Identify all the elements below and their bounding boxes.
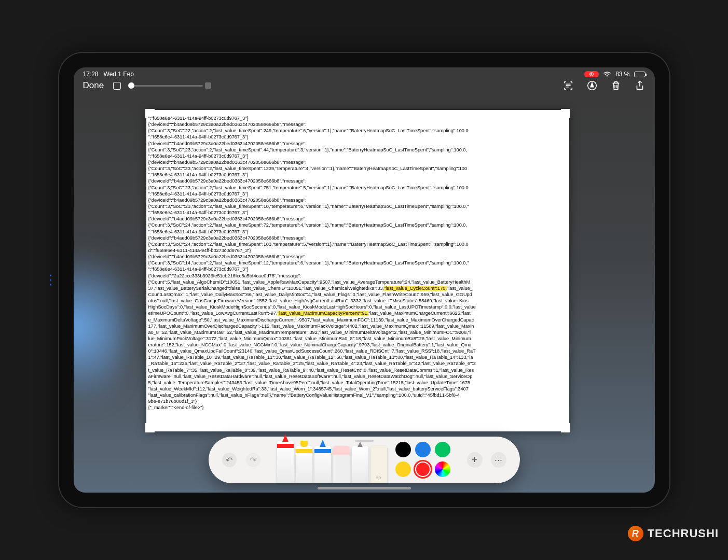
home-indicator[interactable] (318, 487, 411, 489)
done-button[interactable]: Done (83, 80, 104, 91)
ruler-tool[interactable] (370, 446, 387, 483)
document-preview[interactable]: ":"f658e6e4-6311-414a-94ff-b0273c0d9767_… (146, 110, 569, 431)
scan-text-icon[interactable] (562, 80, 574, 91)
opacity-slider[interactable] (130, 82, 211, 89)
redo-button[interactable]: ↷ (246, 453, 260, 467)
tools-row (277, 437, 387, 483)
color-picker[interactable] (435, 461, 450, 477)
status-bar: 17:28 Wed 1 Feb 83 % (74, 67, 655, 78)
doc-line: 0":10446,"last_value_QmaxUpdFailCount":2… (148, 348, 567, 354)
smart-connector-dots (50, 275, 51, 286)
color-green[interactable] (435, 442, 450, 457)
doc-line: 1":47,"last_value_RaTable_10":29,"last_v… (148, 354, 567, 360)
canvas-area[interactable]: ":"f658e6e4-6311-414a-94ff-b0273c0d9767_… (74, 105, 655, 493)
doc-line: 177,"last_value_MaximumOverDischargedCap… (148, 323, 567, 329)
doc-line: 37,"last_value_BatterySerialChanged":fal… (148, 285, 567, 291)
watermark-text: TECHRUSHI (648, 527, 719, 540)
doc-line: {"deviceId":"b4aed09b5729c3a0a22bed0363c… (148, 121, 567, 128)
trash-icon[interactable] (610, 80, 622, 91)
doc-line: d":"f658e6e4-6311-414a-94ff-b0273c0d9767… (148, 247, 567, 254)
color-red-selected[interactable] (415, 461, 431, 477)
wifi-icon (603, 71, 611, 77)
color-yellow[interactable] (395, 461, 411, 477)
crop-handle-bl[interactable] (145, 423, 155, 432)
crop-handle-br[interactable] (561, 423, 570, 432)
color-blue[interactable] (415, 442, 431, 457)
doc-line: a0_8":52,"last_value_MaximumRa8":52,"las… (148, 329, 567, 335)
battery-percent: 83 % (615, 71, 629, 78)
pencil-tool[interactable] (314, 446, 331, 483)
crop-handle-tl[interactable] (145, 109, 155, 118)
doc-line: ":"f658e6e4-6311-414a-94ff-b0273c0d9767_… (148, 153, 567, 159)
screen: 17:28 Wed 1 Feb 83 % Done (74, 67, 655, 493)
doc-line: {"Count":3,"SoC":14,"action":2,"last_val… (148, 260, 567, 266)
doc-line: {"Count":5,"last_value_AlgoChemID":10051… (148, 279, 567, 285)
crop-handle-tr[interactable] (561, 109, 570, 118)
doc-line: _RaTable_15":235,"last_value_RaTable_2":… (148, 360, 567, 367)
status-time: 17:28 (83, 71, 99, 78)
doc-line: {"Count":3,"SoC":24,"action":2,"last_val… (148, 241, 567, 247)
markup-toolbar: Done (74, 78, 655, 96)
doc-line: "last_value_calibrationFlags":null,"last… (148, 392, 567, 398)
share-icon[interactable] (634, 80, 645, 91)
more-button[interactable]: ··· (491, 452, 506, 468)
doc-line: {"Count":3,"SoC":22,"action":2,"last_val… (148, 128, 567, 134)
watermark-logo-icon: R (628, 526, 643, 541)
highlight-cycle-count: "last_value_CycleCount":170, (384, 286, 447, 291)
color-black[interactable] (395, 442, 411, 457)
doc-line: erature":152,"last_value_NCCMax":0,"last… (148, 342, 567, 348)
doc-line: {"deviceId":"b4aed09b5729c3a0a22bed0363c… (148, 159, 567, 165)
lasso-tool[interactable] (352, 446, 368, 483)
doc-line: e_MaximumDeltaVoltage":50,"last_value_Ma… (148, 317, 567, 323)
status-date: Wed 1 Feb (104, 71, 134, 78)
battery-icon (634, 72, 645, 77)
doc-line: HighSocDays":0,"last_value_KioskModeHigh… (148, 304, 567, 310)
doc-line: {"Count":3,"SoC":23,"action":2,"last_val… (148, 147, 567, 153)
doc-line: {"Count":3,"SoC":24,"action":2,"last_val… (148, 222, 567, 228)
markup-icon[interactable] (586, 80, 598, 91)
doc-line: {"Count":3,"SoC":23,"action":2,"last_val… (148, 165, 567, 172)
slider-end-icon (205, 82, 211, 89)
doc-line: 5,"last_value_TemperatureSamples":243453… (148, 380, 567, 386)
screen-recording-pill[interactable] (584, 71, 599, 77)
pen-tool[interactable] (277, 441, 294, 483)
highlight-max-capacity: "last_value_MaximumCapacityPercent":91, (278, 311, 369, 316)
doc-line: {"deviceId":"b4aed09b5729c3a0a22bed0363c… (148, 141, 567, 147)
doc-line: {"deviceId":"2a22cce333b3926fe51cb216fcc… (148, 273, 567, 279)
doc-line: {"Count":3,"SoC":23,"action":2,"last_val… (148, 203, 567, 209)
doc-line: etimeUPOCount":0,"last_value_LowAvgCurre… (148, 310, 567, 316)
markup-tool-palette[interactable]: ↶ ↷ (209, 437, 520, 483)
doc-line: CountLastQmax":1,"last_value_DailyMaxSoc… (148, 291, 567, 298)
doc-line: ":"f658e6e4-6311-414a-94ff-b0273c0d9767_… (148, 134, 567, 140)
doc-line: ":"f658e6e4-6311-414a-94ff-b0273c0d9767_… (148, 172, 567, 178)
doc-line: lue_MinimumPackVoltage":3172,"last_value… (148, 335, 567, 342)
doc-line: 9be-e71b76b00d1f_3"} (148, 398, 567, 404)
eraser-tool[interactable] (333, 446, 350, 483)
crop-tool-button[interactable] (113, 82, 121, 90)
ipad-frame: 17:28 Wed 1 Feb 83 % Done (58, 52, 670, 508)
doc-line: ":"f658e6e4-6311-414a-94ff-b0273c0d9767_… (148, 229, 567, 235)
doc-line: t_value_RaTable_7":35,"last_value_RaTabl… (148, 367, 567, 373)
background-blur (74, 240, 126, 416)
doc-line: {"deviceId":"b4aed09b5729c3a0a22bed0363c… (148, 254, 567, 260)
doc-line: {"deviceId":"b4aed09b5729c3a0a22bed0363c… (148, 178, 567, 184)
doc-line: aFirmware":null,"last_value_ResetDataHar… (148, 373, 567, 380)
doc-line: ":"f658e6e4-6311-414a-94ff-b0273c0d9767_… (148, 266, 567, 272)
doc-line: {"Count":3,"SoC":23,"action":2,"last_val… (148, 185, 567, 191)
doc-line: atus":null,"last_value_GasGaugeFirmwareV… (148, 298, 567, 304)
add-button[interactable]: + (467, 452, 483, 468)
color-swatches (395, 442, 451, 478)
doc-line: "last_value_WeekMfd":112,"last_value_Wei… (148, 386, 567, 392)
marker-tool[interactable] (296, 446, 312, 483)
undo-button[interactable]: ↶ (222, 453, 237, 467)
doc-line: {"_marker":"<end-of-file>"} (148, 404, 567, 411)
slider-thumb[interactable] (128, 82, 134, 89)
doc-line: {"deviceId":"b4aed09b5729c3a0a22bed0363c… (148, 235, 567, 241)
record-icon (589, 72, 594, 76)
doc-line: ":"f658e6e4-6311-414a-94ff-b0273c0d9767_… (148, 191, 567, 197)
watermark: R TECHRUSHI (628, 526, 719, 541)
doc-line: ":"f658e6e4-6311-414a-94ff-b0273c0d9767_… (148, 115, 567, 121)
doc-line: {"deviceId":"b4aed09b5729c3a0a22bed0363c… (148, 216, 567, 222)
doc-line: ":"f658e6e4-6311-414a-94ff-b0273c0d9767_… (148, 209, 567, 216)
doc-line: {"deviceId":"b4aed09b5729c3a0a22bed0363c… (148, 197, 567, 203)
